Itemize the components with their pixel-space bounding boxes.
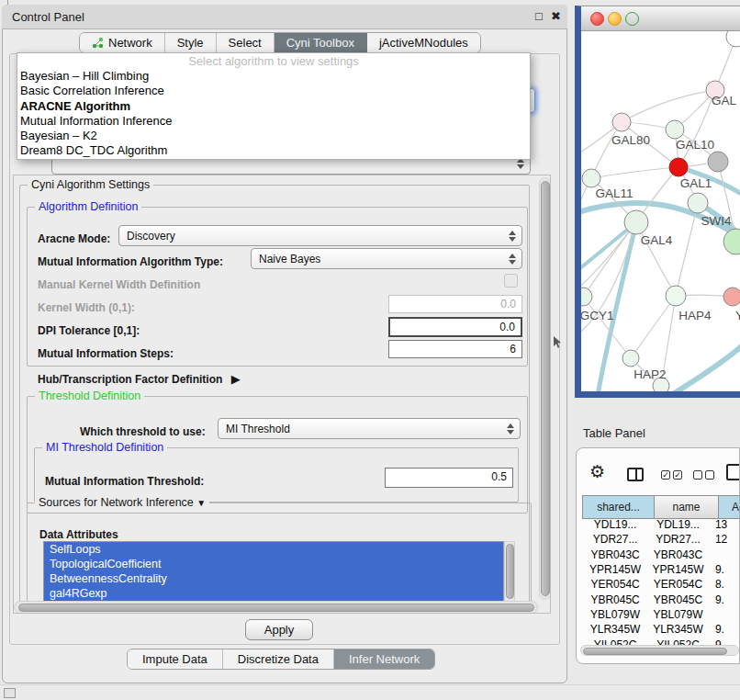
cell[interactable]: YDL19... bbox=[648, 518, 708, 531]
node-gray[interactable] bbox=[708, 152, 728, 172]
table-row[interactable]: YDR27...YDR27...12 bbox=[582, 532, 740, 547]
cell[interactable]: YIL052C bbox=[582, 638, 648, 645]
cell[interactable]: YLR345W bbox=[582, 623, 648, 636]
checked-checkbox-icon[interactable]: ✓ bbox=[673, 470, 682, 480]
cell[interactable]: YDR27... bbox=[582, 533, 648, 546]
stepper-icon[interactable] bbox=[509, 231, 517, 242]
network-view-window[interactable]: GAL GAL80 GAL10 GAL1 GAL11 SWI4 GAL4 GCY… bbox=[575, 6, 740, 398]
close-window-icon[interactable]: ✖ bbox=[551, 9, 561, 23]
node[interactable] bbox=[726, 31, 740, 47]
dropdown-item[interactable]: Bayesian – K2 bbox=[17, 129, 530, 143]
new-table-icon[interactable] bbox=[726, 464, 740, 480]
mi-threshold-field[interactable]: 0.5 bbox=[385, 468, 513, 488]
tab-select[interactable]: Select bbox=[217, 33, 275, 52]
dpi-tolerance-field[interactable]: 0.0 bbox=[388, 317, 522, 337]
sources-title[interactable]: Sources for Network Inference ▼ bbox=[35, 496, 209, 509]
cell[interactable]: YBR043C bbox=[648, 548, 708, 561]
node-gcy1[interactable] bbox=[581, 288, 592, 306]
tab-impute-data[interactable]: Impute Data bbox=[128, 649, 223, 669]
table-row[interactable]: YER054CYER054C8. bbox=[582, 577, 740, 592]
node-gal4[interactable] bbox=[624, 210, 648, 234]
table-row[interactable]: YDL19...YDL19...13 bbox=[582, 517, 740, 532]
settings-vscrollbar-thumb[interactable] bbox=[541, 181, 550, 596]
manual-kernel-width-checkbox[interactable] bbox=[504, 274, 518, 288]
list-item[interactable]: BetweennessCentrality bbox=[44, 571, 503, 586]
dropdown-item[interactable]: Bayesian – Hill Climbing bbox=[17, 69, 530, 84]
cell[interactable]: 8. bbox=[708, 578, 740, 591]
zoom-traffic-light[interactable] bbox=[625, 12, 639, 26]
table-row[interactable]: YBL079WYBL079W bbox=[582, 607, 740, 622]
cell[interactable]: YLR345W bbox=[648, 623, 708, 636]
settings-vscrollbar[interactable] bbox=[539, 177, 551, 600]
split-columns-icon[interactable] bbox=[627, 468, 644, 481]
settings-hscrollbar-thumb[interactable] bbox=[18, 604, 534, 612]
dropdown-item[interactable]: Mutual Information Inference bbox=[17, 114, 530, 129]
cell[interactable]: 9. bbox=[708, 623, 740, 636]
list-item[interactable]: TopologicalCoefficient bbox=[44, 557, 503, 571]
cell[interactable]: YBR043C bbox=[582, 548, 648, 561]
list-item[interactable]: gal4RGexp bbox=[44, 586, 503, 601]
cell[interactable]: YBR045C bbox=[648, 593, 708, 606]
settings-hscrollbar[interactable] bbox=[14, 601, 538, 614]
mi-steps-field[interactable]: 6 bbox=[388, 340, 522, 358]
hub-definition-label[interactable]: Hub/Transcription Factor Definition ▶ bbox=[38, 372, 241, 386]
tab-jactivemnodules[interactable]: jActiveMNodules bbox=[367, 33, 480, 52]
cell[interactable]: YPR145W bbox=[582, 563, 648, 576]
apply-button[interactable]: Apply bbox=[245, 619, 313, 640]
table-row[interactable]: YPR145WYPR145W9. bbox=[582, 562, 740, 577]
cell[interactable]: YDL19... bbox=[582, 518, 648, 531]
list-item[interactable]: SelfLoops bbox=[44, 542, 503, 557]
checked-checkbox-icon[interactable]: ✓ bbox=[661, 470, 670, 480]
cell[interactable]: 9 bbox=[708, 638, 740, 645]
node-salmon[interactable] bbox=[723, 288, 740, 306]
cell[interactable]: YBR045C bbox=[582, 593, 648, 606]
column-header-partial[interactable]: A bbox=[719, 495, 740, 519]
list-scrollbar[interactable] bbox=[504, 541, 515, 602]
stepper-icon[interactable] bbox=[509, 254, 517, 265]
tab-cyni-toolbox[interactable]: Cyni Toolbox bbox=[275, 33, 367, 52]
node-gal10[interactable] bbox=[666, 120, 684, 139]
minimize-traffic-light[interactable] bbox=[608, 12, 622, 26]
column-header-shared[interactable]: shared... bbox=[582, 495, 655, 519]
collapsed-arrow-icon[interactable]: ▶ bbox=[231, 372, 241, 386]
node-hap2[interactable] bbox=[622, 350, 639, 367]
dropdown-item-selected[interactable]: ARACNE Algorithm bbox=[17, 99, 530, 114]
tab-style[interactable]: Style bbox=[165, 33, 217, 52]
dropdown-item[interactable]: Dream8 DC_TDC Algorithm bbox=[17, 143, 530, 158]
unchecked-checkbox-icon[interactable] bbox=[705, 470, 714, 480]
dropdown-item[interactable]: Basic Correlation Inference bbox=[17, 84, 530, 98]
list-scrollbar-thumb[interactable] bbox=[506, 544, 514, 599]
stepper-icon[interactable] bbox=[507, 423, 515, 435]
table-row[interactable]: YIL052CYIL052C9 bbox=[582, 637, 740, 645]
tab-discretize-data[interactable]: Discretize Data bbox=[223, 649, 334, 669]
node-gal80[interactable] bbox=[612, 113, 631, 131]
cell[interactable]: YBL079W bbox=[582, 608, 648, 621]
collapsed-panel-icon[interactable] bbox=[4, 688, 16, 698]
column-header-name[interactable]: name bbox=[655, 495, 719, 519]
table-row[interactable]: YBR045CYBR045C9. bbox=[582, 592, 740, 606]
cell[interactable]: YBL079W bbox=[648, 608, 708, 621]
stepper-icon[interactable] bbox=[517, 158, 525, 169]
tab-network[interactable]: Network bbox=[80, 33, 165, 52]
close-traffic-light[interactable] bbox=[590, 12, 604, 26]
aracne-mode-combobox[interactable]: Discovery bbox=[118, 225, 522, 246]
cell[interactable]: YIL052C bbox=[648, 638, 708, 645]
kernel-width-field[interactable]: 0.0 bbox=[388, 295, 522, 313]
table-row[interactable]: YLR345WYLR345W9. bbox=[582, 622, 740, 637]
table-hscrollbar-thumb[interactable] bbox=[583, 648, 727, 655]
node-gal1[interactable] bbox=[669, 158, 688, 176]
cell[interactable]: YDR27... bbox=[648, 533, 708, 546]
unchecked-checkbox-icon[interactable] bbox=[693, 470, 702, 480]
cell[interactable]: 9. bbox=[708, 593, 740, 606]
node-hap4[interactable] bbox=[666, 286, 686, 306]
cell[interactable]: 12 bbox=[708, 533, 740, 546]
tab-infer-network[interactable]: Infer Network bbox=[334, 649, 434, 669]
cell[interactable]: YER054C bbox=[582, 578, 648, 591]
cell[interactable]: 13 bbox=[708, 518, 740, 531]
gear-icon[interactable]: ⚙ bbox=[589, 461, 605, 482]
float-window-icon[interactable]: □ bbox=[535, 9, 543, 23]
network-canvas[interactable]: GAL GAL80 GAL10 GAL1 GAL11 SWI4 GAL4 GCY… bbox=[581, 31, 740, 392]
node-gal11[interactable] bbox=[582, 169, 600, 187]
which-threshold-combobox[interactable]: MI Threshold bbox=[218, 418, 521, 439]
cell[interactable]: YER054C bbox=[648, 578, 708, 591]
